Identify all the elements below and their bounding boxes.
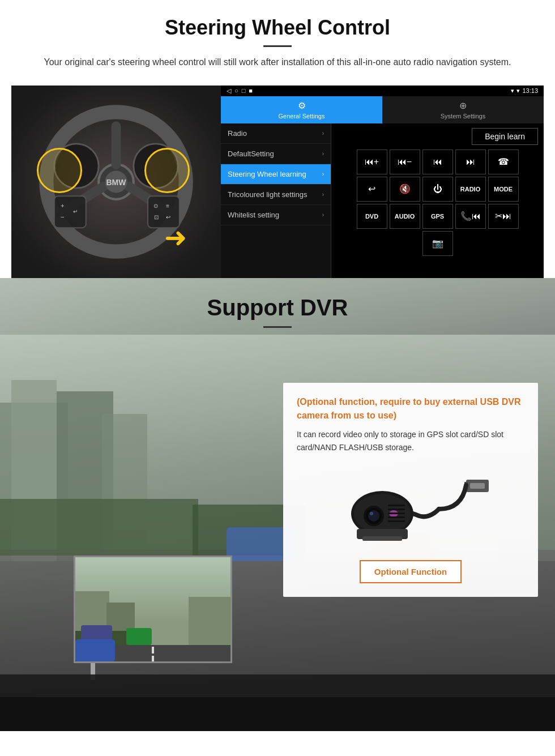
ctrl-btn-row-1: ⏮+ ⏮− ⏮ ⏭ ☎ xyxy=(335,150,540,174)
radio-btn[interactable]: RADIO xyxy=(455,177,486,202)
menu-item-steering-wheel[interactable]: Steering Wheel learning › xyxy=(221,164,331,185)
cut-next-btn[interactable]: ✂⏭ xyxy=(488,204,519,229)
status-wifi-icon: ▾ xyxy=(516,87,520,95)
svg-text:BMW: BMW xyxy=(106,177,127,186)
svg-text:+: + xyxy=(61,202,65,209)
menu-tricoloured-label: Tricoloured light settings xyxy=(228,190,307,199)
steering-title-area: Steering Wheel Control Your original car… xyxy=(0,0,555,86)
section-subtitle: Your original car's steering wheel contr… xyxy=(34,55,521,70)
steering-panel: BMW + − ↵ ⊙ ≡ ⊡ ↩ xyxy=(11,86,544,278)
power-btn[interactable]: ⏻ xyxy=(422,177,453,202)
gps-btn[interactable]: GPS xyxy=(422,204,453,229)
chevron-right-icon: › xyxy=(322,212,324,218)
begin-learn-button[interactable]: Begin learn xyxy=(472,128,538,145)
android-panel: ◁ ○ □ ■ ▾ ▾ 13:13 ⚙ General Settings ⊕ S… xyxy=(221,86,544,278)
recents-nav-icon[interactable]: □ xyxy=(242,87,246,95)
system-icon: ⊕ xyxy=(459,100,467,111)
dvr-section: Support DVR xyxy=(0,278,555,731)
dvr-title-divider xyxy=(263,326,292,328)
dvr-preview-thumbnail xyxy=(74,556,232,663)
dvr-optional-text: (Optional function, require to buy exter… xyxy=(297,395,524,422)
phone-btn[interactable]: ☎ xyxy=(488,150,519,174)
svg-text:≡: ≡ xyxy=(166,203,169,209)
svg-rect-64 xyxy=(388,520,405,522)
svg-text:⊙: ⊙ xyxy=(153,203,158,209)
dvr-camera-svg xyxy=(326,464,496,549)
dvd-btn[interactable]: DVD xyxy=(357,204,387,229)
chevron-right-icon: › xyxy=(322,151,324,157)
tab-general-label: General Settings xyxy=(279,113,325,119)
chevron-right-icon: › xyxy=(322,130,324,136)
home-nav-icon[interactable]: ○ xyxy=(234,87,238,95)
svg-rect-46 xyxy=(126,628,152,645)
menu-default-label: DefaultSetting xyxy=(228,150,274,158)
svg-text:−: − xyxy=(61,213,65,220)
mute-btn[interactable]: 🔇 xyxy=(390,177,420,202)
menu-radio-label: Radio xyxy=(228,129,247,138)
right-control-highlight xyxy=(144,148,190,193)
menu-item-whitelist[interactable]: Whitelist setting › xyxy=(221,205,331,225)
svg-point-56 xyxy=(370,512,373,515)
call-prev-btn[interactable]: 📞⏮ xyxy=(455,204,486,229)
status-time: 13:13 xyxy=(522,87,538,94)
android-content: Radio › DefaultSetting › Steering Wheel … xyxy=(221,123,544,278)
mode-btn[interactable]: MODE xyxy=(488,177,519,202)
dvr-title-area: Support DVR xyxy=(0,278,555,334)
optional-function-button[interactable]: Optional Function xyxy=(360,560,462,583)
left-control-highlight xyxy=(37,148,82,193)
title-divider xyxy=(263,45,292,47)
svg-rect-47 xyxy=(75,639,115,662)
page-title: Steering Wheel Control xyxy=(23,16,532,40)
svg-rect-61 xyxy=(388,509,405,510)
status-signal-icon: ▾ xyxy=(511,87,514,95)
ctrl-btn-row-3: DVD AUDIO GPS 📞⏮ ✂⏭ xyxy=(335,204,540,229)
ctrl-btn-row-2: ↩ 🔇 ⏻ RADIO MODE xyxy=(335,177,540,202)
tab-general-settings[interactable]: ⚙ General Settings xyxy=(221,96,382,123)
menu-whitelist-label: Whitelist setting xyxy=(228,211,279,219)
back-nav-icon[interactable]: ◁ xyxy=(227,87,231,95)
svg-rect-63 xyxy=(388,516,405,518)
yellow-arrow: ➜ xyxy=(164,221,210,255)
hangup-btn[interactable]: ↩ xyxy=(357,177,387,202)
chevron-right-icon: › xyxy=(322,191,324,198)
svg-text:↵: ↵ xyxy=(73,208,78,215)
svg-rect-9 xyxy=(54,196,86,228)
menu-item-radio[interactable]: Radio › xyxy=(221,123,331,144)
steering-section: Steering Wheel Control Your original car… xyxy=(0,0,555,278)
svg-point-55 xyxy=(368,510,379,522)
ctrl-btn-row-4: 📷 xyxy=(335,231,540,256)
svg-rect-62 xyxy=(388,512,405,514)
control-buttons-area: Begin learn ⏮+ ⏮− ⏮ ⏭ ☎ ↩ 🔇 ⏻ xyxy=(331,123,544,278)
tab-system-settings[interactable]: ⊕ System Settings xyxy=(382,96,544,123)
vol-minus-btn[interactable]: ⏮− xyxy=(390,150,420,174)
screen-record-icon[interactable]: ■ xyxy=(249,87,253,95)
svg-rect-59 xyxy=(362,536,402,541)
menu-steering-label: Steering Wheel learning xyxy=(228,170,306,178)
dvr-title: Support DVR xyxy=(23,295,532,321)
audio-btn[interactable]: AUDIO xyxy=(390,204,420,229)
tab-system-label: System Settings xyxy=(441,113,485,119)
settings-menu-list: Radio › DefaultSetting › Steering Wheel … xyxy=(221,123,331,278)
vol-plus-btn[interactable]: ⏮+ xyxy=(357,150,387,174)
svg-text:↩: ↩ xyxy=(166,213,170,220)
gear-icon: ⚙ xyxy=(298,100,306,111)
svg-rect-42 xyxy=(152,656,154,663)
svg-rect-60 xyxy=(388,505,405,506)
steering-photo: BMW + − ↵ ⊙ ≡ ⊡ ↩ xyxy=(11,86,221,278)
chevron-right-icon: › xyxy=(322,171,324,177)
menu-item-tricoloured[interactable]: Tricoloured light settings › xyxy=(221,185,331,205)
svg-rect-41 xyxy=(152,647,154,654)
svg-rect-49 xyxy=(470,483,485,489)
dvr-info-box: (Optional function, require to buy exter… xyxy=(283,383,538,597)
menu-item-default[interactable]: DefaultSetting › xyxy=(221,144,331,164)
begin-learn-row: Begin learn xyxy=(335,127,540,147)
camera-btn[interactable]: 📷 xyxy=(422,231,453,256)
android-statusbar: ◁ ○ □ ■ ▾ ▾ 13:13 xyxy=(221,86,544,96)
steering-photo-inner: BMW + − ↵ ⊙ ≡ ⊡ ↩ xyxy=(11,86,221,278)
statusbar-nav-icons: ◁ ○ □ ■ xyxy=(227,87,253,95)
android-tabs: ⚙ General Settings ⊕ System Settings xyxy=(221,96,544,123)
dvr-desc-text: It can record video only to storage in G… xyxy=(297,428,524,455)
prev-btn[interactable]: ⏮ xyxy=(422,150,453,174)
svg-text:⊡: ⊡ xyxy=(154,213,159,220)
next-btn[interactable]: ⏭ xyxy=(455,150,486,174)
